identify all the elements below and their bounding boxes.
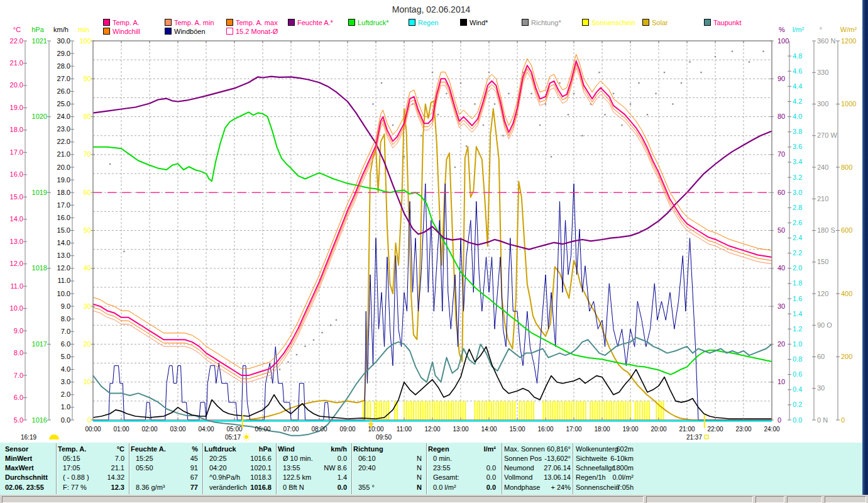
moonset-time: 09:50 <box>376 434 392 441</box>
axis-header-wind_kmh: km/h <box>53 26 69 33</box>
tick-label-solar_wm2: 400 <box>841 290 852 297</box>
tick-label-rain_lm2: 0.6 <box>793 370 802 378</box>
moonrise-time: 16:19 <box>21 434 36 441</box>
table-row-label: 02.06. 23:55 <box>5 484 55 492</box>
x-tick-label: 14:00 <box>481 426 497 433</box>
tick-label-temp_c: 16.0 <box>10 170 23 178</box>
tick-label-direction_deg: 360 N <box>817 37 835 45</box>
x-tick-label: 23:00 <box>735 426 751 433</box>
table-row-label: Sensor <box>5 445 55 453</box>
tick-label-direction_deg: 270 W <box>817 131 837 139</box>
table-value-cell: N <box>353 484 422 492</box>
status-bar-segment <box>787 496 822 503</box>
tick-label-rain_lm2: 1.4 <box>793 310 802 318</box>
tick-label-sun_min: 50 <box>84 226 91 234</box>
x-tick-label: 02:00 <box>141 426 157 433</box>
tick-label-rain_lm2: 3.8 <box>793 128 802 135</box>
tick-label-sun_min: 60 <box>84 189 91 196</box>
table-value-cell: 1016.6 <box>204 455 272 463</box>
series-solar <box>246 101 772 421</box>
tick-label-solar_wm2: 200 <box>841 353 852 360</box>
tick-label-rain_lm2: 1.2 <box>793 325 802 333</box>
x-tick-label: 21:00 <box>679 426 695 433</box>
tick-label-sun_min: 100 <box>80 37 91 45</box>
tick-label-direction_deg: 330 <box>817 69 828 76</box>
tick-label-wind_kmh: 20.0 <box>57 163 70 171</box>
tick-label-wind_kmh: 24.0 <box>57 113 70 120</box>
table-value-cell: 7.0 <box>58 455 124 463</box>
tick-label-rain_lm2: 0.8 <box>793 355 802 363</box>
tick-label-wind_kmh: 15.0 <box>57 226 70 234</box>
astro-value: 13.06.14 <box>504 473 571 482</box>
tick-label-humidity_pct: 60 <box>777 189 785 196</box>
table-value-cell: 91 <box>131 464 198 472</box>
table-divider <box>202 443 203 494</box>
extra-value: 1800m <box>576 464 634 472</box>
table-value-cell: 1020.1 <box>204 464 272 472</box>
status-bar-segment <box>825 496 866 503</box>
tick-label-rain_lm2: 3.4 <box>793 158 802 165</box>
tick-label-wind_kmh: 17.0 <box>57 201 70 209</box>
tick-label-humidity_pct: 0 <box>777 416 781 424</box>
series-temp-a-min <box>93 68 772 382</box>
tick-label-temp_c: 17.0 <box>10 148 23 156</box>
x-tick-label: 11:00 <box>397 426 412 433</box>
tick-label-wind_kmh: 30.0 <box>57 37 70 45</box>
table-divider <box>351 443 352 494</box>
tick-label-sun_min: 20 <box>84 340 91 348</box>
tick-label-humidity_pct: 30 <box>777 302 785 310</box>
tick-label-wind_kmh: 4.0 <box>61 365 70 373</box>
table-value-cell: 0.0 <box>428 464 496 472</box>
tick-label-temp_c: 20.0 <box>10 81 23 89</box>
weather-chart: °C5.06.07.08.09.010.011.012.013.014.015.… <box>0 0 868 443</box>
table-divider <box>129 443 129 494</box>
tick-label-rain_lm2: 3.2 <box>793 174 802 181</box>
tick-label-rain_lm2: 4.4 <box>793 82 802 90</box>
tick-label-humidity_pct: 50 <box>777 226 785 234</box>
tick-label-rain_lm2: 3.6 <box>793 143 802 150</box>
tick-label-wind_kmh: 9.0 <box>61 302 70 310</box>
tick-label-rain_lm2: 1.6 <box>793 295 802 302</box>
tick-label-wind_kmh: 27.0 <box>57 75 70 82</box>
table-col-unit: % <box>131 445 198 453</box>
axis-header-temp_c: °C <box>13 26 21 33</box>
tick-label-humidity_pct: 20 <box>777 340 785 348</box>
tick-label-humidity_pct: 100 <box>777 37 789 45</box>
x-tick-label: 07:00 <box>283 426 299 433</box>
tick-label-humidity_pct: 80 <box>777 113 785 120</box>
tick-label-wind_kmh: 8.0 <box>61 315 70 323</box>
table-value-cell: 1018.3 <box>204 473 272 482</box>
x-tick-label: 06:00 <box>255 426 270 433</box>
table-value-cell: 21.1 <box>58 464 124 472</box>
tick-label-direction_deg: 90 O <box>817 321 832 329</box>
tick-label-pressure_hpa: 1021 <box>32 37 47 45</box>
x-tick-label: 08:00 <box>311 426 327 433</box>
tick-label-pressure_hpa: 1018 <box>32 264 47 272</box>
tick-label-solar_wm2: 600 <box>841 226 852 234</box>
tick-label-direction_deg: 120 <box>817 290 828 297</box>
tick-label-wind_kmh: 29.0 <box>57 50 70 57</box>
series-sonnenschein-bars <box>363 401 664 420</box>
x-tick-label: 05:00 <box>226 426 242 433</box>
tick-label-wind_kmh: 18.0 <box>57 189 70 196</box>
table-value-cell: NW 8.6 <box>278 464 347 472</box>
axis-header-sun_min: min <box>78 26 89 33</box>
table-value-cell: 14.32 <box>58 473 124 482</box>
table-value-cell: 0.0 <box>428 473 496 482</box>
extra-value: 602m <box>576 445 634 453</box>
table-col-unit: km/h <box>278 445 347 453</box>
tick-label-wind_kmh: 13.0 <box>57 252 70 259</box>
tick-label-solar_wm2: 0 <box>841 416 845 424</box>
table-value-cell: N <box>353 455 422 463</box>
status-bar <box>0 495 868 503</box>
table-row-label: Durchschnitt <box>5 473 55 482</box>
table-value-cell: 0.0 <box>278 484 347 492</box>
tick-label-sun_min: 90 <box>84 75 91 82</box>
tick-label-sun_min: 40 <box>84 264 91 272</box>
sunset-time: 21:37 <box>686 434 702 441</box>
axis-header-pressure_hpa: hPa <box>31 26 44 33</box>
tick-label-wind_kmh: 25.0 <box>57 100 70 108</box>
tick-label-rain_lm2: 4.0 <box>793 113 802 120</box>
tick-label-direction_deg: 30 <box>817 384 825 392</box>
extra-value: 0.0l/m² <box>576 473 634 482</box>
